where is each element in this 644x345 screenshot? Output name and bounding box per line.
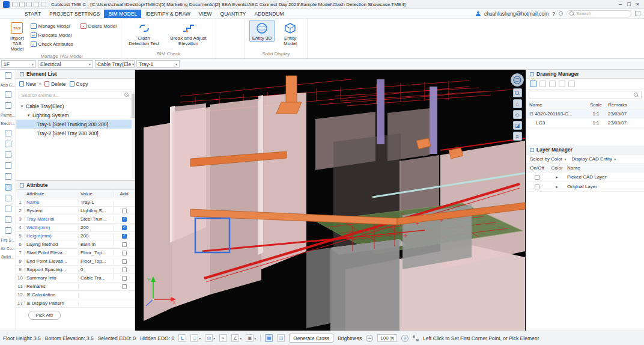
snap-settings-dropdown[interactable]: ◎▾ [205, 334, 215, 342]
rail-item-building[interactable]: Buildi... [1, 255, 14, 259]
new-element-button[interactable]: New▾ [19, 81, 41, 87]
add-checkbox[interactable] [122, 276, 127, 281]
layer-row[interactable]: ▸ Original Layer [526, 182, 644, 192]
open-file-icon[interactable] [19, 2, 25, 7]
fullscreen-icon[interactable] [413, 335, 419, 341]
angle-snap-dropdown[interactable]: ∠▾ [231, 334, 242, 342]
rail-item-fire-safety[interactable]: Fire S... [1, 238, 15, 242]
split-view-toggle-icon[interactable]: ◫ [277, 334, 285, 342]
tab-quantity[interactable]: QUANTITY [216, 10, 251, 18]
break-adjust-elevation-button[interactable]: Break and Adjust Elevation [165, 20, 211, 47]
display-cad-entity-dropdown[interactable]: Display CAD Entity ▾ [572, 156, 616, 162]
viewport[interactable]: Y X ⌂ ◇ ◪ ≡ [135, 70, 526, 331]
wireframe-toggle-icon[interactable]: ▦ [265, 334, 273, 342]
attribute-row[interactable]: 9Support Spacing...0 [16, 266, 135, 274]
floor-select[interactable]: 1F▾ [1, 60, 36, 68]
add-checkbox[interactable] [122, 251, 127, 255]
add-checkbox[interactable] [122, 284, 127, 289]
cube-view-icon[interactable]: ◇ [513, 110, 522, 119]
section-icon[interactable]: ◪ [513, 121, 522, 130]
rail-item-air-conditioning[interactable]: Air Co... [1, 246, 14, 251]
expand-icon[interactable]: ⊞ [26, 292, 31, 298]
attribute-row[interactable]: 5Height(mm)200 [16, 232, 135, 240]
add-checkbox[interactable] [122, 209, 127, 213]
cable-tray-icon[interactable] [5, 184, 11, 191]
caret-right-icon[interactable]: ▸ [548, 175, 566, 180]
delete-model-button[interactable]: ×Delete Model [80, 22, 117, 30]
attribute-row[interactable]: 11Remarks [16, 282, 135, 291]
brightness-increase-button[interactable]: + [401, 335, 409, 342]
rail-item-plumbing[interactable]: Plumb... [1, 113, 15, 117]
element-list-scrollbar[interactable] [132, 90, 135, 179]
add-checkbox[interactable] [122, 225, 127, 230]
tab-view[interactable]: VIEW [195, 10, 216, 18]
manage-model-button[interactable]: Manage Model [31, 22, 73, 30]
drawing-row[interactable]: ⊟4320-201103-C... 1:1 23/03/07 [526, 109, 644, 118]
new-file-icon[interactable] [12, 2, 17, 7]
attribute-row[interactable]: 1NameTray-1 [16, 198, 135, 207]
rename-drawing-icon[interactable] [549, 81, 556, 87]
check-attributes-button[interactable]: ✓Check Attributes [31, 40, 73, 48]
add-checkbox[interactable] [122, 267, 127, 272]
layer-row[interactable]: ▸ Picked CAD Layer [526, 172, 644, 182]
select-by-color-dropdown[interactable]: Select by Color ▾ [530, 156, 567, 162]
attribute-row[interactable]: 2SystemLighting S... [16, 207, 135, 215]
help-button[interactable]: ? [552, 11, 555, 17]
relocate-model-button[interactable]: ⇄Relocate Model [31, 31, 73, 39]
layer-visibility-checkbox[interactable] [535, 185, 539, 189]
export-drawing-icon[interactable] [568, 81, 575, 87]
tab-bim-model[interactable]: BIM MODEL [104, 10, 141, 18]
tab-project-settings[interactable]: PROJECT SETTINGS [45, 10, 104, 18]
3d-model-scene[interactable]: Y X [135, 70, 526, 331]
add-drawing-icon[interactable] [530, 81, 536, 87]
switch-icon[interactable] [5, 141, 11, 147]
entity-model-button[interactable]: Entity Model [278, 20, 303, 47]
tab-addendum[interactable]: ADDENDUM [251, 10, 288, 18]
minimize-button[interactable]: – [619, 1, 622, 7]
generate-cross-button[interactable]: Generate Cross [289, 334, 333, 343]
copy-element-button[interactable]: Copy [70, 81, 88, 87]
tree-item-tray-1[interactable]: Tray-1 [Steel Trunking 200 200] [16, 120, 135, 129]
tab-identify-draw[interactable]: IDENTIFY & DRAW [141, 10, 195, 18]
distribution-box-icon[interactable] [5, 162, 11, 169]
entity-3d-button[interactable]: Entity 3D [249, 20, 275, 42]
clash-detection-button[interactable]: Clash Detection Test [126, 20, 162, 47]
color-mode-dropdown[interactable]: ▣▾ [246, 334, 256, 342]
save-icon[interactable] [26, 2, 32, 7]
tree-item-tray-2[interactable]: Tray-2 [Steel Tray 200 200] [16, 129, 135, 138]
remove-cross-icon[interactable]: × [219, 334, 227, 342]
zoom-icon[interactable] [513, 88, 522, 97]
search-input[interactable] [576, 11, 628, 16]
busway-icon[interactable] [5, 195, 11, 201]
attribute-group-row[interactable]: 17⊞Display Pattern [16, 299, 135, 308]
support-icon[interactable] [5, 227, 11, 234]
list-view-icon[interactable]: ≡ [513, 132, 522, 141]
tree-item-lighting-system[interactable]: ▾Lighting System [16, 111, 135, 120]
rail-item-axis-grid[interactable]: Axis G... [1, 83, 16, 87]
list-panel-icon[interactable] [5, 72, 11, 79]
import-tas-model-button[interactable]: TAS Import TAS Model [7, 20, 28, 53]
grounding-icon[interactable] [5, 216, 11, 223]
brightness-decrease-button[interactable]: – [366, 335, 373, 342]
attribute-row[interactable]: 6Laying MethodBuilt-In [16, 240, 135, 249]
discipline-select[interactable]: Electrical▾ [38, 60, 93, 68]
apps-icon[interactable] [635, 11, 640, 16]
lightning-rod-icon[interactable] [5, 206, 11, 212]
home-view-icon[interactable]: ⌂ [513, 99, 522, 108]
delete-element-button[interactable]: Delete [44, 81, 66, 87]
element-select[interactable]: Tray-1▾ [136, 60, 180, 68]
caret-right-icon[interactable]: ▸ [548, 185, 566, 189]
attribute-row[interactable]: 4Width(mm)200 [16, 224, 135, 232]
caret-down-icon[interactable]: ▾ [20, 104, 24, 109]
conduit-icon[interactable] [5, 173, 11, 180]
close-button[interactable]: × [636, 1, 639, 7]
lighting-fixture-icon[interactable] [5, 130, 11, 136]
undo-icon[interactable] [34, 2, 39, 7]
maximize-button[interactable]: □ [627, 1, 630, 7]
grid-icon[interactable] [5, 91, 11, 98]
tree-item-cable-tray[interactable]: ▾Cable Tray(Elec) [16, 102, 135, 111]
attribute-row[interactable]: 10Summary InfoCable Tra... [16, 274, 135, 282]
account-email[interactable]: chuahlusheng@hotmail.com [484, 11, 548, 17]
drawing-search-input[interactable] [532, 93, 632, 98]
rail-item-electrical[interactable]: Electri... [1, 121, 14, 126]
